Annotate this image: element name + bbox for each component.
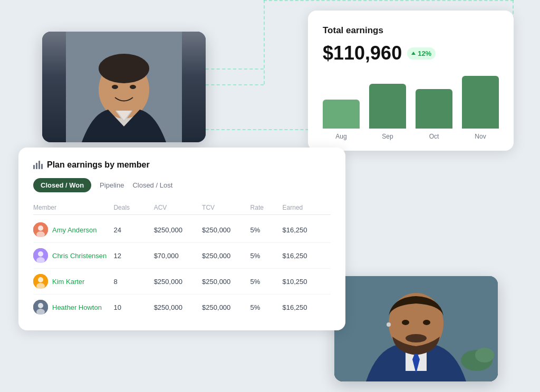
bar-group-sep: Sep bbox=[369, 84, 406, 140]
bar-chart: AugSepOctNov bbox=[323, 77, 499, 140]
bars-chart-icon bbox=[33, 161, 43, 169]
table-header-earned: Earned bbox=[283, 204, 331, 211]
cell-tcv-3: $250,000 bbox=[202, 303, 250, 311]
table-row: Chris Christensen12$70,000$250,0005%$16,… bbox=[33, 243, 331, 269]
svg-point-23 bbox=[38, 277, 43, 282]
cell-deals-0: 24 bbox=[113, 226, 153, 234]
plan-title: Plan earnings by member bbox=[47, 160, 150, 170]
cell-rate-3: 5% bbox=[250, 303, 283, 311]
bar-label-aug: Aug bbox=[335, 133, 346, 140]
member-cell-3: Heather Howton bbox=[33, 300, 113, 315]
dashed-line-h1 bbox=[206, 68, 264, 70]
avatar-0 bbox=[33, 222, 48, 237]
svg-point-9 bbox=[475, 348, 494, 362]
person-face-top bbox=[42, 32, 206, 142]
svg-point-5 bbox=[112, 85, 118, 89]
table-row: Kim Karter8$250,000$250,0005%$10,250 bbox=[33, 269, 331, 295]
cell-earned-2: $10,250 bbox=[283, 278, 331, 286]
bar-group-nov: Nov bbox=[462, 76, 499, 140]
tab-row: Closed / WonPipelineClosed / Lost bbox=[33, 178, 331, 192]
svg-point-13 bbox=[402, 320, 409, 325]
svg-point-14 bbox=[423, 320, 430, 325]
cell-rate-1: 5% bbox=[250, 252, 283, 260]
bar-label-nov: Nov bbox=[475, 133, 486, 140]
table-header-acv: ACV bbox=[154, 204, 202, 211]
tab-0[interactable]: Closed / Won bbox=[33, 178, 91, 192]
member-name-0: Amy Anderson bbox=[52, 226, 97, 234]
cell-acv-0: $250,000 bbox=[154, 226, 202, 234]
cell-tcv-1: $250,000 bbox=[202, 252, 250, 260]
member-name-3: Heather Howton bbox=[52, 303, 102, 311]
person-face-bottom bbox=[334, 276, 498, 381]
table-header-rate: Rate bbox=[250, 204, 283, 211]
plan-card: Plan earnings by member Closed / WonPipe… bbox=[18, 148, 345, 330]
table-row: Amy Anderson24$250,000$250,0005%$16,250 bbox=[33, 217, 331, 243]
svg-point-15 bbox=[387, 322, 391, 327]
video-tile-bottom bbox=[334, 276, 498, 381]
avatar-2 bbox=[33, 274, 48, 289]
earnings-growth-percent: 12% bbox=[418, 50, 431, 57]
bar-nov bbox=[462, 76, 499, 129]
bar-sep bbox=[369, 84, 406, 129]
cell-acv-1: $70,000 bbox=[154, 252, 202, 260]
table-header-deals: Deals bbox=[113, 204, 153, 211]
tab-1[interactable]: Pipeline bbox=[100, 180, 124, 190]
earnings-amount: $110,960 bbox=[323, 42, 402, 64]
dashed-line-v1 bbox=[264, 0, 265, 84]
member-cell-0: Amy Anderson bbox=[33, 222, 113, 237]
cell-earned-0: $16,250 bbox=[283, 226, 331, 234]
cell-deals-2: 8 bbox=[113, 278, 153, 286]
svg-point-26 bbox=[38, 303, 43, 308]
avatar-1 bbox=[33, 248, 48, 263]
cell-tcv-0: $250,000 bbox=[202, 226, 250, 234]
member-name-1: Chris Christensen bbox=[52, 252, 107, 260]
scene: Total earnings $110,960 12% AugSepOctNov… bbox=[0, 0, 540, 392]
bar-group-oct: Oct bbox=[416, 89, 452, 140]
svg-point-17 bbox=[38, 226, 43, 231]
cell-tcv-2: $250,000 bbox=[202, 278, 250, 286]
table-container: MemberDealsACVTCVRateEarned Amy Anderson… bbox=[33, 201, 331, 320]
cell-earned-3: $16,250 bbox=[283, 303, 331, 311]
table-header: MemberDealsACVTCVRateEarned bbox=[33, 201, 331, 215]
arrow-up-icon bbox=[411, 52, 416, 55]
cell-deals-3: 10 bbox=[113, 303, 153, 311]
bar-label-oct: Oct bbox=[429, 133, 439, 140]
bar-group-aug: Aug bbox=[323, 100, 360, 140]
tab-2[interactable]: Closed / Lost bbox=[132, 180, 172, 190]
earnings-amount-row: $110,960 12% bbox=[323, 42, 499, 64]
plan-card-header: Plan earnings by member bbox=[33, 160, 331, 170]
earnings-growth-badge: 12% bbox=[407, 47, 436, 60]
member-name-2: Kim Karter bbox=[52, 278, 84, 286]
svg-point-4 bbox=[99, 54, 149, 83]
table-header-member: Member bbox=[33, 204, 113, 211]
cell-earned-1: $16,250 bbox=[283, 252, 331, 260]
cell-deals-1: 12 bbox=[113, 252, 153, 260]
bar-aug bbox=[323, 100, 360, 129]
video-tile-top bbox=[42, 32, 206, 142]
dashed-line-h2 bbox=[206, 84, 264, 85]
member-cell-1: Chris Christensen bbox=[33, 248, 113, 263]
avatar-3 bbox=[33, 300, 48, 315]
earnings-title: Total earnings bbox=[323, 25, 499, 36]
bar-oct bbox=[416, 89, 452, 129]
table-header-tcv: TCV bbox=[202, 204, 250, 211]
cell-rate-0: 5% bbox=[250, 226, 283, 234]
table-row: Heather Howton10$250,000$250,0005%$16,25… bbox=[33, 295, 331, 320]
svg-point-12 bbox=[406, 334, 427, 342]
member-cell-2: Kim Karter bbox=[33, 274, 113, 289]
cell-acv-3: $250,000 bbox=[154, 303, 202, 311]
bar-label-sep: Sep bbox=[382, 133, 393, 140]
cell-rate-2: 5% bbox=[250, 278, 283, 286]
dashed-line-h3 bbox=[264, 0, 514, 1]
cell-acv-2: $250,000 bbox=[154, 278, 202, 286]
table-body: Amy Anderson24$250,000$250,0005%$16,250 … bbox=[33, 217, 331, 320]
svg-point-20 bbox=[38, 251, 43, 257]
svg-point-6 bbox=[130, 85, 136, 89]
earnings-card: Total earnings $110,960 12% AugSepOctNov bbox=[308, 11, 514, 151]
